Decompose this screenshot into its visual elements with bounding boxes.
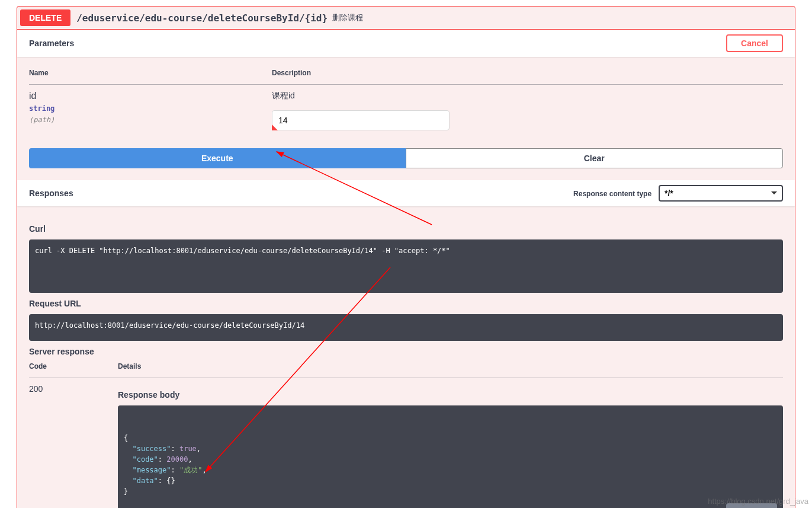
param-name: id	[29, 91, 272, 101]
param-description: 课程id	[272, 91, 783, 101]
responses-title: Responses	[29, 188, 73, 198]
curl-title: Curl	[29, 224, 783, 234]
operation-summary-row[interactable]: DELETE /eduservice/edu-course/deleteCour…	[17, 7, 795, 30]
th-description: Description	[272, 69, 783, 85]
response-body-title: Response body	[118, 390, 783, 400]
clear-button[interactable]: Clear	[406, 148, 784, 168]
response-code: 200	[29, 378, 118, 509]
http-method-badge: DELETE	[20, 9, 70, 26]
delete-operation-block: DELETE /eduservice/edu-course/deleteCour…	[17, 6, 795, 508]
th-name: Name	[29, 69, 272, 85]
content-type-label: Response content type	[573, 190, 651, 198]
server-response-title: Server response	[29, 347, 783, 356]
param-in: (path)	[29, 116, 272, 124]
request-url-block[interactable]: http://localhost:8001/eduservice/edu-cou…	[29, 314, 783, 341]
parameters-title: Parameters	[29, 39, 74, 48]
table-row: id string (path) 课程id	[29, 85, 783, 137]
param-type: string	[29, 101, 272, 116]
endpoint-path: /eduservice/edu-course/deleteCourseById/…	[76, 12, 328, 24]
th-code: Code	[29, 362, 118, 378]
responses-section-header: Responses Response content type */*	[17, 180, 795, 206]
param-id-input[interactable]	[272, 110, 450, 130]
table-row: 200 Response body { "success": true, "co…	[29, 378, 783, 509]
th-details: Details	[118, 362, 783, 378]
response-table: Code Details 200 Response body { "succes…	[29, 362, 783, 508]
request-url-title: Request URL	[29, 299, 783, 308]
endpoint-summary: 删除课程	[332, 12, 363, 23]
parameters-table: Name Description id string (path) 课程id	[29, 69, 783, 136]
watermark-text: https://blog.csdn.net/grd_java	[708, 497, 808, 506]
parameters-body: Name Description id string (path) 课程id	[17, 57, 795, 148]
required-marker-icon	[272, 124, 278, 130]
content-type-select[interactable]: */*	[659, 185, 783, 202]
parameters-section-header: Parameters Cancel	[17, 30, 795, 57]
action-button-row: Execute Clear	[17, 148, 795, 180]
responses-body: Curl curl -X DELETE "http://localhost:80…	[17, 206, 795, 508]
execute-button[interactable]: Execute	[29, 148, 406, 168]
response-body-block[interactable]: { "success": true, "code": 20000, "messa…	[118, 405, 783, 508]
cancel-button[interactable]: Cancel	[726, 34, 783, 52]
curl-code-block[interactable]: curl -X DELETE "http://localhost:8001/ed…	[29, 239, 783, 293]
